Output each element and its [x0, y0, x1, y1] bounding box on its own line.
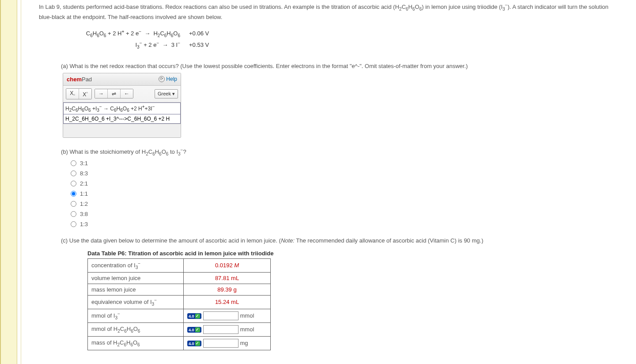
arrow-group: → ⇌ ← [95, 89, 133, 99]
stoich-option[interactable]: 8:3 [71, 170, 618, 177]
option-label: 3:8 [80, 211, 88, 217]
row-input-cell: 4.0✓mg [184, 336, 271, 350]
part-b-prompt: (b) What is the stoichiometry of H2C6H6O… [61, 148, 618, 156]
row-label: volume lemon juice [88, 272, 184, 284]
row-label: mmol of H2C6H6O6 [88, 322, 184, 336]
potential-1: +0.06 V [189, 30, 233, 37]
unit-label: mmol [240, 326, 254, 333]
row-label: mass of H2C6H6O6 [88, 336, 184, 350]
check-icon: ✓ [195, 327, 200, 332]
row-label: equivalence volume of I3− [88, 295, 184, 309]
question-content: In Lab 9, students performed acid-base t… [21, 0, 636, 364]
option-label: 3:1 [80, 160, 88, 167]
table-row: mass lemon juice89.39 g [88, 284, 271, 295]
table-row: mmol of H2C6H6O64.0✓mmol [88, 322, 271, 336]
row-input-cell: 4.0✓mmol [184, 309, 271, 322]
stoich-option[interactable]: 3:8 [71, 211, 618, 217]
row-value: 87.81 mL [184, 272, 271, 284]
answer-input[interactable] [203, 325, 238, 334]
chempad-rendered-equation: H2C6H6O6 +I3− → C6H6O6 +2 H++3I− [63, 102, 181, 114]
chempad-raw-input[interactable] [63, 114, 181, 124]
chempad-title: chemPad [67, 76, 92, 83]
superscript-button[interactable]: X▫ [79, 89, 91, 99]
half-reactions: C6H6O6 + 2 H+ + 2 e− → H2C6H6O6 +0.06 V … [65, 29, 618, 49]
left-margin-bar [0, 0, 17, 364]
points-badge: 4.0✓ [187, 313, 201, 319]
data-table: concentration of I3−0.0192 Mvolume lemon… [87, 258, 271, 350]
chempad-footer [63, 124, 181, 137]
unit-label: mg [240, 340, 248, 346]
radio-input[interactable] [71, 181, 76, 186]
points-badge: 4.0✓ [187, 341, 201, 346]
half-reaction-1: C6H6O6 + 2 H+ + 2 e− → H2C6H6O6 [65, 29, 189, 38]
radio-input[interactable] [71, 221, 76, 227]
option-label: 1:2 [80, 201, 88, 207]
row-label: concentration of I3− [88, 258, 184, 272]
row-input-cell: 4.0✓mmol [184, 322, 271, 336]
table-row: volume lemon juice87.81 mL [88, 272, 271, 284]
stoich-option[interactable]: 2:1 [71, 180, 618, 187]
intro-post: ) in lemon juice using triiodide (I [422, 4, 503, 10]
part-a-prompt: (a) What is the net redox reaction that … [61, 63, 618, 69]
stoich-option[interactable]: 3:1 [71, 160, 618, 167]
stoichiometry-options: 3:18:32:11:11:23:81:3 [71, 160, 618, 228]
row-value: 0.0192 M [184, 258, 271, 272]
table-row: equivalence volume of I3−15.24 mL [88, 295, 271, 309]
option-label: 8:3 [80, 170, 88, 177]
potential-2: +0.53 V [189, 42, 233, 48]
part-c-prompt: (c) Use the data given below to determin… [61, 237, 618, 244]
check-icon: ✓ [195, 314, 200, 318]
points-badge: 4.0✓ [187, 327, 201, 333]
intro-pre: In Lab 9, students performed acid-base t… [39, 4, 399, 10]
stoich-option[interactable]: 1:1 [71, 190, 618, 197]
equilibrium-arrow-button[interactable]: ⇌ [108, 89, 121, 98]
stoich-option[interactable]: 1:2 [71, 201, 618, 207]
stoich-option[interactable]: 1:3 [71, 221, 618, 228]
table-row: mmol of I3−4.0✓mmol [88, 309, 271, 322]
option-label: 1:3 [80, 221, 88, 228]
row-value: 89.39 g [184, 284, 271, 295]
spacer-column [17, 0, 21, 364]
chempad-help-link[interactable]: ⟳Help [159, 76, 177, 82]
radio-input[interactable] [71, 171, 76, 176]
unit-label: mmol [240, 312, 254, 319]
subscript-superscript-group: X▫ X▫ [66, 88, 92, 99]
greek-dropdown[interactable]: Greek ▾ [155, 89, 178, 99]
row-value: 15.24 mL [184, 295, 271, 309]
check-icon: ✓ [195, 341, 200, 346]
subscript-button[interactable]: X▫ [66, 89, 79, 99]
chempad-widget: chemPad ⟳Help X▫ X▫ → ⇌ ← Greek ▾ H2C6H6… [63, 73, 181, 138]
row-label: mass lemon juice [88, 284, 184, 295]
help-icon: ⟳ [159, 76, 165, 82]
option-label: 2:1 [80, 180, 88, 187]
data-table-title: Data Table P6: Titration of ascorbic aci… [87, 250, 618, 257]
answer-input[interactable] [203, 311, 238, 320]
radio-input[interactable] [71, 191, 76, 197]
intro-text: In Lab 9, students performed acid-base t… [39, 2, 618, 22]
radio-input[interactable] [71, 160, 76, 166]
option-label: 1:1 [80, 190, 88, 197]
answer-input[interactable] [203, 339, 238, 348]
table-row: concentration of I3−0.0192 M [88, 258, 271, 272]
radio-input[interactable] [71, 211, 76, 217]
half-reaction-2: I3− + 2 e− → 3 I− [65, 41, 189, 49]
row-label: mmol of I3− [88, 309, 184, 322]
forward-arrow-button[interactable]: → [95, 89, 108, 98]
radio-input[interactable] [71, 201, 76, 207]
table-row: mass of H2C6H6O64.0✓mg [88, 336, 271, 350]
back-arrow-button[interactable]: ← [121, 89, 133, 98]
